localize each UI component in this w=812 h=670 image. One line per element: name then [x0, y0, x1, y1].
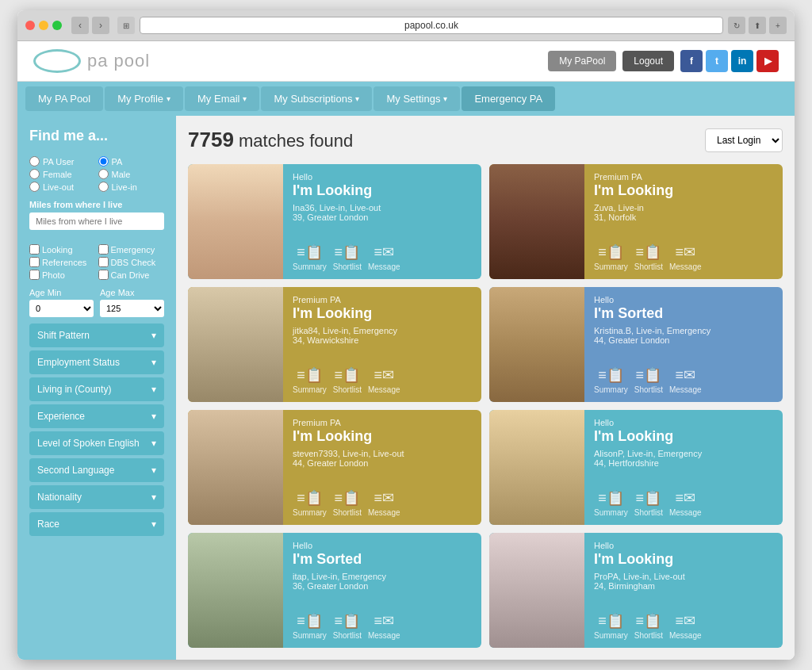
nav-my-settings[interactable]: My Settings ▾: [373, 86, 460, 111]
references-checkbox-input[interactable]: [29, 257, 40, 267]
sidebar-dropdown-5[interactable]: Second Language▾: [29, 458, 164, 482]
back-button[interactable]: ‹: [71, 17, 89, 34]
nav-my-profile[interactable]: My Profile ▾: [105, 86, 183, 111]
looking-checkbox[interactable]: Looking: [29, 244, 96, 255]
twitter-icon[interactable]: t: [706, 50, 728, 72]
results-count: 7759 matches found: [188, 128, 353, 152]
card-age-loc: 44, Hertfordshire: [594, 458, 773, 468]
pa-radio[interactable]: PA: [98, 156, 165, 167]
looking-checkbox-input[interactable]: [29, 244, 40, 255]
action-label: Message: [368, 262, 400, 271]
male-radio-input[interactable]: [98, 169, 109, 179]
card-actions: ≡📋 Summary ≡📋 Shortlist ≡✉ Message: [293, 489, 472, 517]
nav-emergency-pa[interactable]: Emergency PA: [462, 86, 555, 111]
pa-user-radio[interactable]: PA User: [29, 156, 96, 167]
logout-button[interactable]: Logout: [622, 51, 674, 71]
share-button[interactable]: ⬆: [749, 17, 766, 34]
sidebar-dropdown-2[interactable]: Living in (County)▾: [29, 377, 164, 401]
tab-button[interactable]: ⊞: [117, 17, 135, 34]
card-info: Hello I'm Looking Ina36, Live-in, Live-o…: [283, 164, 481, 279]
can-drive-checkbox-input[interactable]: [98, 270, 109, 280]
livein-radio[interactable]: Live-in: [98, 182, 165, 192]
sidebar-dropdown-0[interactable]: Shift Pattern▾: [29, 324, 164, 347]
logo-area: pa pool: [33, 49, 150, 73]
emergency-checkbox-input[interactable]: [98, 244, 109, 255]
nav-my-subscriptions[interactable]: My Subscriptions ▾: [261, 86, 372, 111]
linkedin-icon[interactable]: in: [731, 50, 753, 72]
facebook-icon[interactable]: f: [680, 50, 703, 72]
card-action-summary[interactable]: ≡📋 Summary: [293, 243, 327, 271]
can-drive-checkbox[interactable]: Can Drive: [98, 270, 165, 280]
card-type: Hello: [293, 541, 472, 550]
card-action-message[interactable]: ≡✉ Message: [669, 612, 702, 640]
card-action-message[interactable]: ≡✉ Message: [669, 243, 702, 271]
card-action-summary[interactable]: ≡📋 Summary: [293, 366, 327, 394]
close-dot[interactable]: [25, 21, 35, 30]
sidebar-dropdown-7[interactable]: Race▾: [29, 512, 164, 536]
references-checkbox[interactable]: References: [29, 257, 96, 267]
card-actions: ≡📋 Summary ≡📋 Shortlist ≡✉ Message: [594, 366, 773, 394]
nav-my-pa-pool[interactable]: My PA Pool: [25, 86, 103, 111]
card-action-summary[interactable]: ≡📋 Summary: [594, 612, 628, 640]
pa-radio-input[interactable]: [98, 156, 109, 167]
pa-user-radio-input[interactable]: [29, 156, 40, 167]
address-bar[interactable]: papool.co.uk: [140, 17, 723, 34]
card-action-summary[interactable]: ≡📋 Summary: [594, 243, 628, 271]
card-action-shortlist[interactable]: ≡📋 Shortlist: [333, 612, 362, 640]
card-action-message[interactable]: ≡✉ Message: [368, 366, 400, 394]
dbs-checkbox[interactable]: DBS Check: [98, 257, 165, 267]
user-type-filter: PA User PA Female Male: [29, 156, 164, 192]
card-action-message[interactable]: ≡✉ Message: [368, 612, 400, 640]
reload-button[interactable]: ↻: [728, 17, 745, 34]
sidebar-dropdown-4[interactable]: Level of Spoken English▾: [29, 431, 164, 455]
sidebar-dropdown-6[interactable]: Nationality▾: [29, 485, 164, 509]
photo-checkbox-input[interactable]: [29, 270, 40, 280]
liveout-radio[interactable]: Live-out: [29, 182, 96, 192]
liveout-radio-input[interactable]: [29, 182, 40, 192]
card-action-shortlist[interactable]: ≡📋 Shortlist: [634, 366, 663, 394]
action-label: Summary: [293, 262, 327, 271]
card-action-message[interactable]: ≡✉ Message: [368, 489, 400, 517]
dbs-checkbox-input[interactable]: [98, 257, 109, 267]
age-min-select[interactable]: 0: [29, 300, 94, 317]
card-action-summary[interactable]: ≡📋 Summary: [594, 489, 628, 517]
youtube-icon[interactable]: ▶: [756, 50, 779, 72]
card-action-message[interactable]: ≡✉ Message: [669, 489, 702, 517]
age-max-select[interactable]: 125: [100, 300, 164, 317]
bookmark-button[interactable]: +: [769, 17, 787, 34]
sidebar-dropdown-1[interactable]: Employment Status▾: [29, 350, 164, 374]
card-action-message[interactable]: ≡✉ Message: [368, 243, 400, 271]
nav-my-email[interactable]: My Email ▾: [185, 86, 259, 111]
forward-button[interactable]: ›: [92, 17, 109, 34]
card-action-summary[interactable]: ≡📋 Summary: [594, 366, 628, 394]
message-icon: ≡✉: [675, 366, 695, 384]
my-papool-button[interactable]: My PaPool: [548, 51, 616, 71]
card-action-message[interactable]: ≡✉ Message: [669, 366, 702, 394]
card-action-shortlist[interactable]: ≡📋 Shortlist: [634, 243, 663, 271]
card-action-shortlist[interactable]: ≡📋 Shortlist: [333, 366, 362, 394]
sort-select[interactable]: Last Login: [705, 128, 783, 152]
miles-input[interactable]: [29, 212, 164, 230]
photo-checkbox[interactable]: Photo: [29, 270, 96, 280]
male-radio[interactable]: Male: [98, 169, 165, 179]
card-action-shortlist[interactable]: ≡📋 Shortlist: [333, 243, 362, 271]
card-info: Hello I'm Sorted Kristina.B, Live-in, Em…: [584, 287, 783, 402]
minimize-dot[interactable]: [39, 21, 48, 30]
female-radio[interactable]: Female: [29, 169, 96, 179]
emergency-checkbox[interactable]: Emergency: [98, 244, 165, 255]
female-radio-input[interactable]: [29, 169, 40, 179]
message-icon: ≡✉: [373, 243, 394, 261]
card-age-loc: 36, Greater London: [293, 581, 472, 591]
card-action-shortlist[interactable]: ≡📋 Shortlist: [634, 489, 663, 517]
livein-radio-input[interactable]: [98, 182, 109, 192]
profile-card: Premium PA I'm Looking jitka84, Live-in,…: [188, 287, 481, 402]
card-action-summary[interactable]: ≡📋 Summary: [293, 489, 327, 517]
card-action-shortlist[interactable]: ≡📋 Shortlist: [634, 612, 663, 640]
maximize-dot[interactable]: [52, 21, 62, 30]
action-label: Summary: [594, 508, 628, 517]
nav-bar: My PA Pool My Profile ▾ My Email ▾ My Su…: [17, 82, 795, 116]
card-photo: [188, 533, 283, 648]
card-action-shortlist[interactable]: ≡📋 Shortlist: [333, 489, 362, 517]
sidebar-dropdown-3[interactable]: Experience▾: [29, 404, 164, 428]
card-action-summary[interactable]: ≡📋 Summary: [293, 612, 327, 640]
